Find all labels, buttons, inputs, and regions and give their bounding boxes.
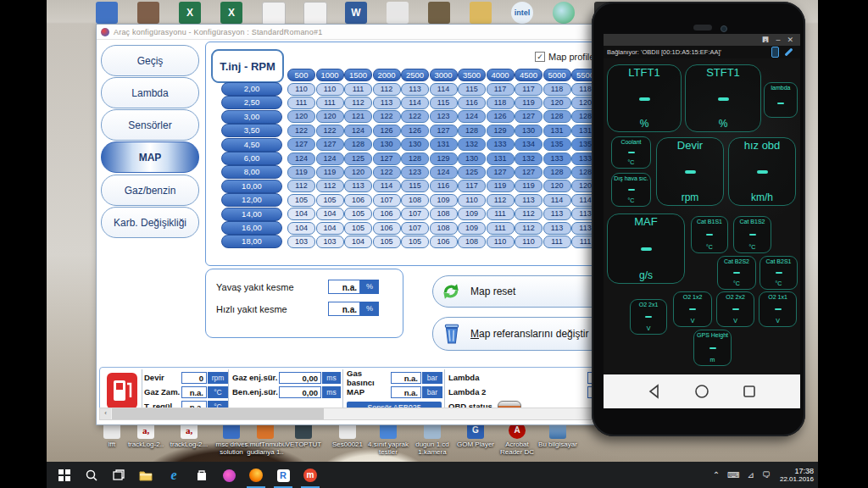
status-value-input[interactable]: n.a. — [391, 386, 421, 398]
map-cell[interactable]: 119 — [487, 180, 515, 192]
map-cell[interactable]: 131 — [430, 138, 458, 151]
taskbar-icon-firefox[interactable] — [247, 466, 265, 485]
map-cell[interactable]: 123 — [430, 110, 458, 123]
taskbar-clock[interactable]: 17:38 22.01.2016 — [780, 467, 814, 484]
map-cell[interactable]: 105 — [287, 194, 315, 207]
map-cell[interactable]: 126 — [401, 125, 429, 137]
taskbar-icon-start[interactable] — [55, 466, 74, 485]
map-cell[interactable]: 117 — [458, 180, 486, 192]
map-cell[interactable]: 111 — [487, 222, 515, 235]
desktop-shortcut-8[interactable]: 4.sınıf yaprak testler — [364, 422, 412, 456]
map-cell[interactable]: 105 — [316, 194, 344, 207]
map-cell[interactable]: 111 — [316, 97, 344, 109]
map-cell[interactable]: 130 — [515, 125, 542, 137]
map-cell[interactable]: 110 — [487, 236, 515, 248]
map-cell[interactable]: 129 — [487, 125, 515, 137]
sidebar-item-lambda[interactable]: Lambda — [101, 77, 199, 108]
map-cell[interactable]: 114 — [430, 83, 458, 96]
map-cell[interactable]: 122 — [373, 110, 401, 123]
map-cell[interactable]: 119 — [515, 180, 542, 192]
taskbar-icon-task-view[interactable] — [109, 466, 128, 485]
desktop-icon-intel[interactable]: intel — [511, 2, 533, 24]
map-cell[interactable]: 126 — [373, 125, 401, 137]
map-cell[interactable]: 104 — [316, 208, 344, 220]
gauge-devir[interactable]: Devirrpm — [656, 137, 724, 206]
map-cell[interactable]: 127 — [515, 110, 542, 123]
desktop-icon-photo[interactable] — [137, 2, 159, 24]
map-cell[interactable]: 127 — [316, 138, 344, 151]
desktop-icon-folder-dark[interactable] — [428, 2, 450, 24]
map-cell[interactable]: 122 — [401, 110, 429, 123]
map-cell[interactable]: 122 — [287, 125, 315, 137]
map-cell[interactable]: 104 — [344, 236, 372, 248]
map-cell[interactable]: 135 — [543, 138, 571, 151]
desktop-shortcut-2[interactable]: a,trackLog-2.. — [122, 422, 170, 448]
map-cell[interactable]: 132 — [515, 152, 542, 165]
gauge-o2-1x1[interactable]: O2 1x1V — [759, 291, 797, 327]
map-cell[interactable]: 111 — [287, 97, 315, 109]
nav-back-icon[interactable] — [647, 384, 662, 399]
map-cell[interactable]: 133 — [543, 152, 571, 165]
map-cell[interactable]: 112 — [373, 83, 401, 96]
map-cell[interactable]: 121 — [344, 110, 372, 123]
desktop-icon-document[interactable] — [262, 2, 286, 25]
map-cell[interactable]: 119 — [287, 166, 315, 179]
map-cell[interactable]: 118 — [543, 83, 571, 96]
map-cell[interactable]: 112 — [287, 180, 315, 192]
map-cell[interactable]: 104 — [287, 222, 315, 235]
desktop-icon-folder[interactable] — [470, 2, 492, 24]
desktop-icon-document-clip[interactable] — [303, 2, 327, 25]
map-cell[interactable]: 125 — [344, 152, 372, 165]
map-cell[interactable]: 109 — [430, 194, 458, 207]
map-cell[interactable]: 103 — [316, 236, 344, 248]
map-cell[interactable]: 116 — [458, 97, 486, 109]
gauge-lambda[interactable]: lambda — [764, 82, 798, 118]
map-cell[interactable]: 106 — [373, 208, 401, 220]
map-cell[interactable]: 124 — [430, 166, 458, 179]
desktop-shortcut-3[interactable]: a,trackLog-2... — [165, 422, 213, 448]
map-cell[interactable]: 113 — [543, 222, 571, 235]
desktop-shortcut-9[interactable]: dugun 1.cd 1.kamera — [409, 422, 456, 456]
map-references-button[interactable]: Map referanslarını değiştir — [432, 317, 614, 351]
status-value-input[interactable]: 0 — [181, 372, 207, 384]
map-cell[interactable]: 105 — [344, 222, 372, 235]
map-cell[interactable]: 134 — [515, 138, 542, 151]
map-cell[interactable]: 114 — [543, 194, 571, 207]
map-cell[interactable]: 112 — [344, 97, 372, 109]
map-cell[interactable]: 117 — [515, 83, 542, 96]
map-cell[interactable]: 108 — [401, 194, 429, 207]
map-cell[interactable]: 110 — [515, 236, 542, 248]
phone-icon[interactable] — [771, 47, 779, 58]
tray-notifications-icon[interactable]: 🗨 — [762, 470, 771, 480]
horizontal-scrollbar[interactable]: ‹ › — [99, 408, 638, 420]
map-cell[interactable]: 120 — [543, 97, 571, 109]
map-cell[interactable]: 107 — [401, 208, 429, 220]
gauge-cat-b1s2[interactable]: Cat B1S2°C — [733, 216, 771, 253]
map-cell[interactable]: 114 — [373, 180, 401, 192]
map-cell[interactable]: 128 — [344, 138, 372, 151]
gauge-cat-b2s2[interactable]: Cat B2S2°C — [717, 256, 756, 290]
map-cell[interactable]: 128 — [401, 152, 429, 165]
map-cell[interactable]: 127 — [430, 125, 458, 137]
map-cell[interactable]: 108 — [458, 236, 486, 248]
map-cell[interactable]: 115 — [458, 83, 486, 96]
map-cell[interactable]: 120 — [543, 180, 571, 192]
map-cell[interactable]: 130 — [373, 138, 401, 151]
map-cell[interactable]: 127 — [515, 166, 542, 179]
taskbar-icon-search[interactable] — [82, 466, 101, 485]
map-cell[interactable]: 113 — [401, 83, 429, 96]
map-cell[interactable]: 113 — [373, 97, 401, 109]
map-cell[interactable]: 120 — [344, 166, 372, 179]
map-cell[interactable]: 109 — [458, 222, 486, 235]
map-cell[interactable]: 105 — [373, 236, 401, 248]
minimize-icon[interactable]: – — [776, 34, 780, 46]
taskbar-icon-file-explorer[interactable] — [136, 466, 155, 485]
gauge-ltft1[interactable]: LTFT1% — [607, 64, 682, 132]
gauge-hiz-obd[interactable]: hız obdkm/h — [728, 137, 796, 206]
map-cell[interactable]: 128 — [458, 125, 486, 137]
map-cell[interactable]: 115 — [430, 97, 458, 109]
gauge-cat-b1s1[interactable]: Cat B1S1°C — [691, 216, 728, 253]
status-value-input[interactable]: n.a. — [391, 372, 421, 384]
sidebar-item-gaz-benzin[interactable]: Gaz/benzin — [101, 175, 199, 206]
desktop-shortcut-6[interactable]: VETOPTUT — [280, 422, 327, 448]
